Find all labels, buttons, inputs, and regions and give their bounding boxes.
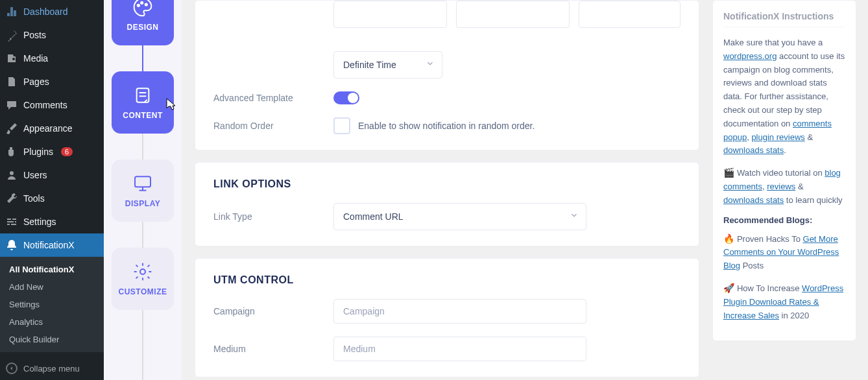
wordpress-org-link[interactable]: wordpress.org [723, 51, 777, 61]
template-field-3[interactable] [579, 1, 681, 28]
menu-label: Posts [23, 30, 46, 40]
template-field-1[interactable] [333, 1, 447, 28]
svg-point-4 [145, 3, 147, 5]
step-tabs-column: DESIGN CONTENT DISPLAY CUSTOMIZE [104, 0, 182, 380]
link-options-card: LINK OPTIONS Link Type Comment URL [195, 162, 699, 246]
svg-point-2 [138, 5, 139, 6]
submenu-quick-builder[interactable]: Quick Builder [0, 331, 104, 348]
menu-label: Tools [23, 193, 45, 204]
menu-media[interactable]: Media [0, 47, 104, 70]
wp-admin-sidebar: Dashboard Posts Media Pages Comments App… [0, 0, 104, 380]
recommended-blogs-heading: Recommended Blogs: [723, 215, 845, 225]
utm-title: UTM CONTROL [213, 274, 681, 286]
sliders-icon [5, 215, 18, 228]
menu-settings[interactable]: Settings [0, 210, 104, 233]
medium-input[interactable] [333, 337, 586, 361]
instructions-card: NotificationX Instructions Make sure tha… [712, 0, 856, 341]
wrench-icon [5, 192, 18, 205]
collapse-icon [5, 362, 18, 375]
menu-plugins[interactable]: Plugins 6 [0, 140, 104, 163]
time-value: Definite Time [343, 60, 396, 70]
plug-icon [5, 145, 18, 158]
step-design[interactable]: DESIGN [112, 0, 174, 45]
step-label: CUSTOMIZE [119, 287, 167, 296]
random-order-checkbox[interactable] [333, 117, 350, 134]
svg-point-11 [140, 269, 145, 274]
submenu-settings[interactable]: Settings [0, 296, 104, 313]
menu-users[interactable]: Users [0, 163, 104, 187]
menu-label: Dashboard [23, 6, 68, 17]
random-order-help: Enable to show notification in random or… [358, 121, 535, 131]
svg-point-0 [10, 171, 14, 175]
pin-icon [5, 29, 18, 42]
svg-point-3 [141, 2, 143, 4]
media-icon [5, 52, 18, 65]
link-type-label: Link Type [213, 211, 320, 222]
submenu-add-new[interactable]: Add New [0, 278, 104, 296]
menu-comments[interactable]: Comments [0, 93, 104, 117]
menu-posts[interactable]: Posts [0, 23, 104, 47]
notificationx-icon [5, 239, 18, 252]
advanced-template-label: Advanced Template [213, 93, 320, 103]
step-customize[interactable]: CUSTOMIZE [112, 248, 174, 310]
step-content[interactable]: CONTENT [112, 71, 174, 134]
menu-label: Settings [23, 217, 56, 227]
template-card: Definite Time Advanced Template Random O… [195, 0, 699, 150]
user-icon [5, 169, 18, 182]
menu-label: Plugins [23, 147, 53, 157]
main-content: DESIGN CONTENT DISPLAY CUSTOMIZE [104, 0, 868, 380]
advanced-template-toggle[interactable] [333, 91, 359, 104]
comment-icon [5, 99, 18, 112]
menu-label: Appearance [23, 123, 73, 134]
step-label: DISPLAY [125, 199, 160, 208]
rocket-icon: 🚀 [723, 283, 737, 293]
form-panel: Definite Time Advanced Template Random O… [182, 0, 712, 380]
medium-label: Medium [213, 344, 320, 354]
dashboard-icon [5, 5, 18, 18]
monitor-icon [132, 173, 153, 194]
menu-notificationx[interactable]: NotificationX [0, 233, 104, 257]
gear-icon [132, 261, 153, 282]
menu-appearance[interactable]: Appearance [0, 117, 104, 140]
info-panel: NotificationX Instructions Make sure tha… [712, 0, 868, 380]
step-label: DESIGN [127, 23, 158, 32]
step-display[interactable]: DISPLAY [112, 160, 174, 222]
fire-icon: 🔥 [723, 233, 737, 244]
random-order-label: Random Order [213, 121, 320, 131]
menu-label: Users [23, 170, 47, 180]
menu-dashboard[interactable]: Dashboard [0, 0, 104, 23]
downloads-stats-link[interactable]: downloads stats [723, 145, 784, 155]
time-select[interactable]: Definite Time [333, 51, 442, 78]
blog-1: 🔥 Proven Hacks To Get More Comments on Y… [723, 232, 845, 273]
utm-control-card: UTM CONTROL Campaign Medium [195, 258, 699, 377]
step-label: CONTENT [123, 111, 163, 120]
menu-pages[interactable]: Pages [0, 70, 104, 93]
plugin-update-badge: 6 [61, 147, 73, 156]
submenu-analytics[interactable]: Analytics [0, 313, 104, 331]
collapse-menu[interactable]: Collapse menu [0, 357, 104, 380]
pages-icon [5, 75, 18, 88]
menu-label: Media [23, 53, 48, 64]
campaign-input[interactable] [333, 299, 586, 324]
brush-icon [5, 122, 18, 135]
link-type-select[interactable]: Comment URL [333, 203, 586, 230]
svg-rect-8 [135, 176, 151, 187]
submenu-all[interactable]: All NotificationX [0, 261, 104, 278]
document-icon [132, 85, 153, 106]
menu-tools[interactable]: Tools [0, 187, 104, 210]
downloads-stats-link-2[interactable]: downloads stats [723, 195, 784, 205]
notificationx-submenu: All NotificationX Add New Settings Analy… [0, 257, 104, 352]
menu-label: Pages [23, 77, 49, 87]
template-field-2[interactable] [456, 1, 570, 28]
collapse-label: Collapse menu [23, 364, 80, 374]
instructions-p2: 🎬 Watch video tutorial on blog comments,… [723, 165, 845, 207]
instructions-p1: Make sure that you have a wordpress.org … [723, 36, 845, 158]
link-type-value: Comment URL [343, 211, 404, 222]
campaign-label: Campaign [213, 306, 320, 316]
menu-label: NotificationX [23, 240, 75, 250]
instructions-title: NotificationX Instructions [723, 11, 845, 27]
video-icon: 🎬 [723, 167, 737, 178]
reviews-link[interactable]: reviews [767, 182, 795, 191]
blog-2: 🚀 How To Increase WordPress Plugin Downl… [723, 281, 845, 322]
plugin-reviews-link[interactable]: plugin reviews [751, 132, 804, 142]
